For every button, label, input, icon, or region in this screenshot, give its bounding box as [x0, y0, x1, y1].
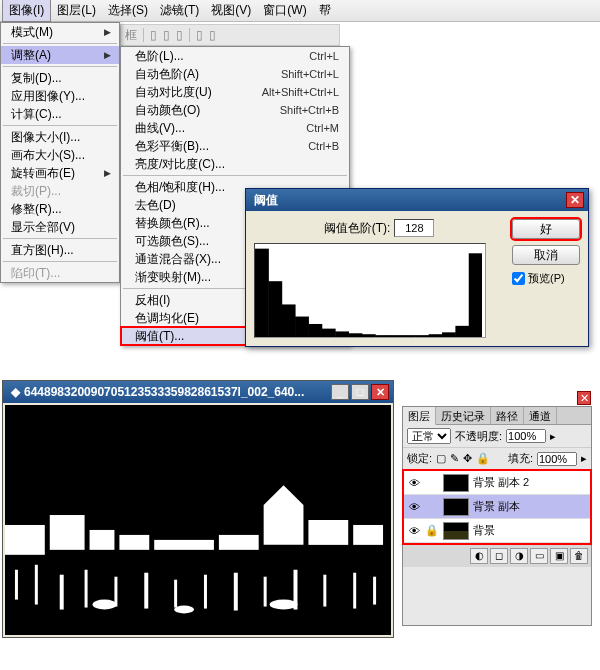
tab-channels[interactable]: 通道 [524, 407, 557, 424]
maximize-icon[interactable]: □ [351, 384, 369, 400]
svg-point-43 [270, 600, 298, 610]
threshold-slider[interactable]: ▲ [366, 332, 375, 338]
folder-icon[interactable]: ▭ [530, 548, 548, 564]
svg-rect-40 [373, 577, 376, 605]
histogram[interactable]: ▲ [254, 243, 486, 338]
menu-layer[interactable]: 图层(L) [51, 0, 102, 21]
ok-button[interactable]: 好 [512, 219, 580, 239]
minimize-icon[interactable]: _ [331, 384, 349, 400]
eye-icon[interactable]: 👁 [407, 501, 421, 513]
tab-paths[interactable]: 路径 [491, 407, 524, 424]
menubar: 图像(I) 图层(L) 选择(S) 滤镜(T) 视图(V) 窗口(W) 帮 [0, 0, 600, 22]
fill-label: 填充: [508, 451, 533, 466]
menu-item[interactable]: 自动对比度(U)Alt+Shift+Ctrl+L [121, 83, 349, 101]
opacity-label: 不透明度: [455, 429, 502, 444]
menu-item[interactable]: 计算(C)... [1, 105, 119, 123]
fill-input[interactable] [537, 452, 577, 466]
fx-icon[interactable]: ◐ [470, 548, 488, 564]
lock-transparent-icon[interactable]: ▢ [436, 452, 446, 465]
menu-select[interactable]: 选择(S) [102, 0, 154, 21]
tab-layers[interactable]: 图层 [403, 407, 436, 425]
layers-panel: ✕ 图层 历史记录 路径 通道 正常 不透明度: ▸ 锁定: ▢ ✎ ✥ 🔒 填… [402, 406, 592, 626]
mask-icon[interactable]: ◻ [490, 548, 508, 564]
menu-item[interactable]: 裁切(P)... [1, 182, 119, 200]
close-icon[interactable]: ✕ [577, 391, 591, 405]
trash-icon[interactable]: 🗑 [570, 548, 588, 564]
close-icon[interactable]: ✕ [566, 192, 584, 208]
menu-item[interactable]: 自动颜色(O)Shift+Ctrl+B [121, 101, 349, 119]
cancel-button[interactable]: 取消 [512, 245, 580, 265]
menu-item[interactable]: 自动色阶(A)Shift+Ctrl+L [121, 65, 349, 83]
svg-point-41 [93, 600, 117, 610]
menu-item[interactable]: 陷印(T)... [1, 264, 119, 282]
layer-thumb [443, 522, 469, 540]
menu-item[interactable]: 复制(D)... [1, 69, 119, 87]
menu-item[interactable]: 模式(M)▶ [1, 23, 119, 41]
svg-rect-6 [335, 331, 349, 337]
menu-item[interactable]: 色阶(L)...Ctrl+L [121, 47, 349, 65]
layer-thumb [443, 498, 469, 516]
eye-icon[interactable]: 👁 [407, 477, 421, 489]
svg-rect-31 [114, 577, 117, 607]
panel-tabs: 图层 历史记录 路径 通道 [403, 407, 591, 425]
lock-move-icon[interactable]: ✥ [463, 452, 472, 465]
svg-rect-30 [85, 570, 88, 608]
menu-item[interactable]: 修整(R)... [1, 200, 119, 218]
lock-label: 锁定: [407, 451, 432, 466]
image-window-title: 64489832009070512353335982861537l_002_64… [24, 385, 304, 399]
menu-item[interactable]: 画布大小(S)... [1, 146, 119, 164]
svg-rect-35 [234, 573, 238, 611]
menu-item[interactable]: 显示全部(V) [1, 218, 119, 236]
svg-rect-26 [219, 535, 259, 550]
layer-row[interactable]: 👁背景 副本 2 [404, 471, 590, 495]
link-icon[interactable]: 🔒 [425, 524, 439, 537]
menu-item[interactable]: 图像大小(I)... [1, 128, 119, 146]
lock-paint-icon[interactable]: ✎ [450, 452, 459, 465]
menu-help[interactable]: 帮 [313, 0, 337, 21]
menu-item[interactable]: 直方图(H)... [1, 241, 119, 259]
adjustment-icon[interactable]: ◑ [510, 548, 528, 564]
menu-view[interactable]: 视图(V) [205, 0, 257, 21]
opacity-input[interactable] [506, 429, 546, 443]
svg-rect-3 [295, 317, 309, 337]
chevron-down-icon[interactable]: ▸ [550, 430, 556, 443]
layer-row[interactable]: 👁背景 副本 [404, 495, 590, 519]
svg-rect-11 [402, 335, 416, 337]
layers-list: 👁背景 副本 2👁背景 副本👁🔒背景 [403, 470, 591, 544]
menu-item[interactable]: 应用图像(Y)... [1, 87, 119, 105]
menu-item[interactable]: 色彩平衡(B)...Ctrl+B [121, 137, 349, 155]
close-icon[interactable]: ✕ [371, 384, 389, 400]
menu-window[interactable]: 窗口(W) [257, 0, 312, 21]
layer-name: 背景 副本 [473, 499, 520, 514]
menu-item[interactable]: 曲线(V)...Ctrl+M [121, 119, 349, 137]
svg-rect-34 [204, 575, 207, 609]
dialog-titlebar[interactable]: 阈值 ✕ [246, 189, 588, 211]
svg-rect-28 [35, 565, 38, 605]
svg-rect-21 [119, 535, 149, 550]
app-icon: ◆ [11, 385, 20, 399]
menu-item[interactable]: 调整(A)▶ [1, 46, 119, 64]
menu-filter[interactable]: 滤镜(T) [154, 0, 205, 21]
svg-rect-16 [469, 253, 482, 337]
preview-checkbox-input[interactable] [512, 272, 525, 285]
preview-checkbox[interactable]: 预览(P) [512, 271, 580, 286]
menu-image[interactable]: 图像(I) [2, 0, 51, 22]
threshold-input[interactable] [394, 219, 434, 237]
svg-rect-33 [174, 580, 177, 608]
svg-rect-5 [322, 329, 336, 337]
menu-item[interactable]: 旋转画布(E)▶ [1, 164, 119, 182]
svg-rect-14 [442, 332, 456, 337]
new-layer-icon[interactable]: ▣ [550, 548, 568, 564]
svg-rect-10 [389, 335, 403, 337]
image-menu: 模式(M)▶调整(A)▶复制(D)...应用图像(Y)...计算(C)...图像… [0, 22, 120, 283]
image-window-titlebar[interactable]: ◆64489832009070512353335982861537l_002_6… [3, 381, 393, 403]
image-canvas[interactable] [5, 405, 391, 635]
tab-history[interactable]: 历史记录 [436, 407, 491, 424]
toolbar-stub: 框 ▯▯▯▯▯ [120, 24, 340, 46]
blend-mode-select[interactable]: 正常 [407, 428, 451, 444]
layer-row[interactable]: 👁🔒背景 [404, 519, 590, 543]
lock-all-icon[interactable]: 🔒 [476, 452, 490, 465]
menu-item[interactable]: 亮度/对比度(C)... [121, 155, 349, 173]
chevron-down-icon[interactable]: ▸ [581, 452, 587, 465]
eye-icon[interactable]: 👁 [407, 525, 421, 537]
